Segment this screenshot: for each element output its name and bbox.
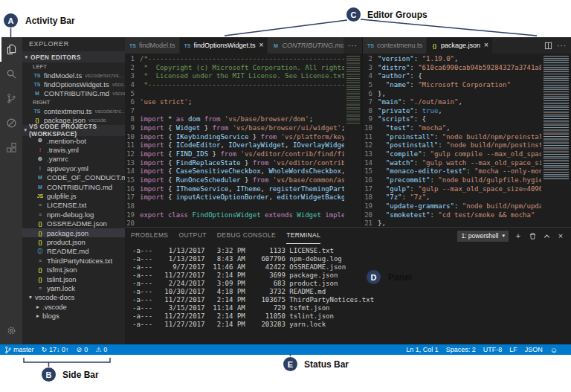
folder-item[interactable]: ▾vscode-docs xyxy=(22,293,125,302)
close-icon[interactable]: × xyxy=(484,42,488,49)
editor-group-right: TScontextmenu.ts{}package.json× ··· 2"ve… xyxy=(362,37,571,227)
file-item[interactable]: {}OSSREADME.json xyxy=(22,219,125,228)
line-number: 18 xyxy=(363,193,378,202)
panel-tab-debug-console[interactable]: DEBUG CONSOLE xyxy=(217,228,276,244)
editor-tab[interactable]: TSfindModel.ts xyxy=(125,37,179,54)
status-item[interactable]: Spaces: 2 xyxy=(446,346,476,353)
file-icon: {} xyxy=(33,118,42,123)
file-item[interactable]: !appveyor.yml xyxy=(22,164,125,173)
panel-tab-problems[interactable]: PROBLEMS xyxy=(131,228,168,244)
line-number: 19 xyxy=(125,211,140,220)
file-name: CONTRIBUTING.md xyxy=(44,89,109,97)
code-line: 13 "compile": "gulp compile --max_old_sp… xyxy=(363,150,541,159)
annotation-e-label: Status Bar xyxy=(304,359,349,370)
kill-terminal-icon[interactable] xyxy=(528,232,537,240)
code-text: }, xyxy=(378,219,386,227)
status-item[interactable]: LF xyxy=(509,346,517,353)
open-editor-item[interactable]: MCONTRIBUTING.mdvscode xyxy=(22,89,125,98)
close-icon[interactable]: × xyxy=(259,42,264,49)
explorer-icon[interactable] xyxy=(0,37,22,62)
new-terminal-icon[interactable]: + xyxy=(514,231,523,240)
file-item[interactable]: {}package.json xyxy=(22,228,125,237)
chevron-right-icon: ▸ xyxy=(34,303,42,310)
line-number: 3 xyxy=(363,64,378,73)
debug-icon[interactable] xyxy=(0,111,22,135)
code-line: 18 xyxy=(125,202,344,211)
terminal-select[interactable]: 1: powershell ▾ xyxy=(457,231,509,242)
tab-title: findOptionsWidget.ts xyxy=(194,42,256,49)
terminal-line: -a--- 1/13/2017 8:43 AM 607796 npm-debug… xyxy=(132,255,571,263)
more-actions-icon[interactable]: ··· xyxy=(557,42,567,50)
open-editor-item[interactable]: TSfindOptionsWidget.tsvsco... xyxy=(22,80,125,89)
editor-packagejson[interactable]: 2"version": "1.19.0",3"distro": "610ca69… xyxy=(363,54,571,227)
split-editor-icon[interactable] xyxy=(543,42,552,50)
line-number: 2 xyxy=(363,55,378,64)
file-item[interactable]: MCONTRIBUTING.md xyxy=(22,182,125,191)
terminal[interactable]: -a--- 1/13/2017 3:32 PM 1133 LICENSE.txt… xyxy=(125,244,571,355)
file-item[interactable]: ≡ThirdPartyNotices.txt xyxy=(22,256,125,265)
editor-findoptionswidget[interactable]: 1/*-------------------------------------… xyxy=(125,54,362,227)
code-text: * Copyright (c) Microsoft Corporation. A… xyxy=(140,64,344,73)
open-editor-item[interactable]: TScontextmenu.tsvscode/src... xyxy=(22,106,125,115)
file-icon: {} xyxy=(430,43,439,48)
file-item[interactable]: !.travis.yml xyxy=(22,145,125,154)
code-line: 5 "name": "Microsoft Corporation" xyxy=(363,81,541,90)
status-item[interactable]: UTF-8 xyxy=(483,346,503,353)
status-item[interactable]: Ln 1, Col 1 xyxy=(406,346,439,353)
editor-tab[interactable]: TScontextmenu.ts xyxy=(363,37,426,54)
file-item[interactable]: JSgulpfile.js xyxy=(22,191,125,200)
feedback-smiley-icon[interactable]: ☺ xyxy=(550,346,558,354)
open-editor-item[interactable]: TSfindModel.tsvscode/src/vs... xyxy=(22,71,125,80)
code-text: "precommit": "node build/gulpfile.hygie xyxy=(378,176,541,185)
annotation-e-circle: E xyxy=(283,357,297,371)
extensions-icon[interactable] xyxy=(0,135,22,160)
editor-tab[interactable]: TSfindOptionsWidget.ts× xyxy=(180,37,268,54)
status-item[interactable]: master xyxy=(4,346,34,354)
file-item[interactable]: MCODE_OF_CONDUCT.md xyxy=(22,173,125,182)
search-icon[interactable] xyxy=(0,62,22,86)
file-item[interactable]: ≡yarn.lock xyxy=(22,283,125,292)
panel-tab-output[interactable]: OUTPUT xyxy=(178,228,206,244)
source-control-icon[interactable] xyxy=(0,86,22,111)
line-number: 17 xyxy=(363,185,378,194)
code-text: "scripts": { xyxy=(378,115,426,124)
workspace-header[interactable]: ▾ VS CODE PROJECTS (WORKSPACE) xyxy=(22,125,125,136)
minimap[interactable] xyxy=(344,54,362,227)
file-item[interactable]: {}tslint.json xyxy=(22,274,125,283)
panel-tab-terminal[interactable]: TERMINAL xyxy=(286,228,320,244)
file-item[interactable]: ≡LICENSE.txt xyxy=(22,201,125,210)
panel-action-icons: +× xyxy=(514,231,565,240)
code-line: 20 "smoketest": "cd test/smoke && mocha" xyxy=(363,211,541,220)
code-line: 17 "gulp": "gulp --max_old_space_size=40… xyxy=(363,185,541,194)
status-item[interactable]: ⚠0 xyxy=(95,346,107,353)
file-item[interactable]: ⓘREADME.md xyxy=(22,247,125,256)
code-text: import { inputActiveOptionBorder, editor… xyxy=(140,193,344,202)
line-number: 7 xyxy=(363,98,378,107)
editor-tab[interactable]: {}package.json× xyxy=(427,37,492,54)
code-text: "compile": "gulp compile --max_old_spac xyxy=(378,150,541,159)
file-item[interactable]: ⚙.yarnrc xyxy=(22,155,125,164)
file-name: ThirdPartyNotices.txt xyxy=(47,257,112,265)
status-item[interactable]: JSON xyxy=(525,346,543,353)
folder-item[interactable]: ▸blogs xyxy=(22,311,125,320)
editor-tab[interactable]: MCONTRIBUTING.md xyxy=(268,37,343,54)
settings-gear-icon[interactable] xyxy=(0,318,22,343)
file-icon: TS xyxy=(33,109,42,114)
code-text: import { FIND_IDS } from 'vs/editor/cont… xyxy=(140,150,344,159)
status-item[interactable]: ⊘0 xyxy=(77,346,88,353)
more-actions-icon[interactable]: ··· xyxy=(348,42,358,50)
minimap[interactable] xyxy=(541,54,571,227)
folder-item[interactable]: ▸.vscode xyxy=(22,302,125,311)
open-editors-header[interactable]: ▾ OPEN EDITORS xyxy=(22,51,125,62)
maximize-panel-icon[interactable] xyxy=(542,232,551,240)
file-item[interactable]: {}tsfmt.json xyxy=(22,265,125,274)
code-text: "distro": "610ca6990cab94b59284327a3741a… xyxy=(378,64,541,73)
file-item[interactable]: {}product.json xyxy=(22,237,125,246)
file-item[interactable]: ≡npm-debug.log xyxy=(22,210,125,219)
git-branch-icon xyxy=(4,346,11,354)
code-text: 'use strict'; xyxy=(140,98,192,107)
close-panel-icon[interactable]: × xyxy=(556,231,565,240)
status-item[interactable]: ↻17↓ 0↑ xyxy=(42,346,69,353)
line-number: 16 xyxy=(125,185,140,194)
file-icon: TS xyxy=(33,82,42,87)
